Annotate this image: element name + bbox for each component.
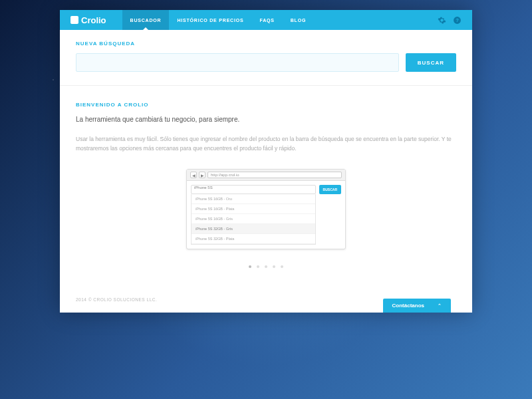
- carousel-dot-1[interactable]: [249, 265, 251, 268]
- demo-search-wrap: iPhone 5S iPhone 5S 16GB - Oro iPhone 5S…: [191, 185, 316, 245]
- content: BIENVENIDO A CROLIO La herramienta que c…: [60, 86, 472, 287]
- search-input[interactable]: [76, 53, 399, 72]
- nav-buscador[interactable]: BUSCADOR: [122, 10, 170, 30]
- demo-search-input: iPhone 5S: [191, 185, 316, 194]
- back-icon: ◀: [190, 172, 197, 178]
- welcome-title: BIENVENIDO A CROLIO: [76, 102, 456, 108]
- carousel-dots: [76, 265, 456, 268]
- demo-url: http://app.crol.io: [207, 172, 342, 178]
- demo-browser: ◀ ▶ http://app.crol.io iPhone 5S iPhone …: [186, 169, 346, 249]
- carousel-dot-5[interactable]: [281, 265, 283, 268]
- carousel-dot-4[interactable]: [273, 265, 275, 268]
- chevron-up-icon: ⌃: [438, 303, 442, 309]
- nav-faqs[interactable]: FAQS: [251, 10, 282, 30]
- description: Usar la herramienta es muy fácil. Sólo t…: [76, 135, 456, 153]
- search-section: NUEVA BÚSQUEDA BUSCAR: [60, 30, 472, 86]
- demo-dropdown: iPhone 5S 16GB - Oro iPhone 5S 16GB - Pl…: [191, 194, 316, 245]
- demo-option: iPhone 5S 16GB - Gris: [192, 214, 315, 224]
- forward-icon: ▶: [199, 172, 205, 178]
- brand-name: Crolio: [81, 15, 106, 25]
- gear-icon[interactable]: [438, 16, 446, 25]
- demo-option: iPhone 5S 16GB - Plata: [192, 204, 315, 214]
- search-label: NUEVA BÚSQUEDA: [76, 41, 456, 47]
- topbar-icons: ?: [438, 16, 462, 25]
- demo-urlbar: ◀ ▶ http://app.crol.io: [187, 170, 345, 181]
- tagline: La herramienta que cambiará tu negocio, …: [76, 116, 456, 123]
- demo-option: iPhone 5S 16GB - Oro: [192, 194, 315, 204]
- search-row: BUSCAR: [76, 53, 456, 72]
- logo[interactable]: Crolio: [70, 15, 106, 25]
- demo-option: iPhone 5S 32GB - Plata: [192, 234, 315, 244]
- carousel-dot-3[interactable]: [265, 265, 267, 268]
- help-icon[interactable]: ?: [453, 16, 462, 25]
- nav-historico[interactable]: HISTÓRICO DE PRECIOS: [169, 10, 251, 30]
- contact-tab[interactable]: Contáctanos ⌃: [383, 299, 451, 313]
- app-window: Crolio BUSCADOR HISTÓRICO DE PRECIOS FAQ…: [60, 10, 472, 313]
- contact-label: Contáctanos: [392, 303, 424, 309]
- nav-blog[interactable]: BLOG: [283, 10, 314, 30]
- demo-option-hover: iPhone 5S 32GB - Gris: [192, 224, 315, 234]
- search-button[interactable]: BUSCAR: [406, 53, 456, 72]
- topbar: Crolio BUSCADOR HISTÓRICO DE PRECIOS FAQ…: [60, 10, 472, 30]
- demo-search-button: BUSCAR: [319, 185, 341, 194]
- main-nav: BUSCADOR HISTÓRICO DE PRECIOS FAQS BLOG: [122, 10, 315, 30]
- demo-body: iPhone 5S iPhone 5S 16GB - Oro iPhone 5S…: [187, 181, 345, 249]
- carousel-dot-2[interactable]: [257, 265, 259, 268]
- logo-icon: [70, 16, 78, 24]
- svg-text:?: ?: [456, 17, 459, 23]
